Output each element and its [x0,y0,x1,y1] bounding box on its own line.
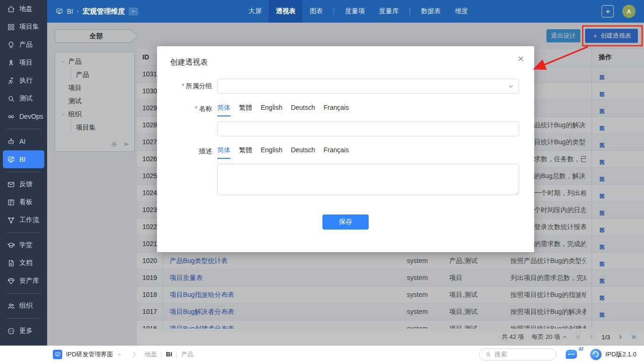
sidebar-item-label: 更多 [19,327,33,335]
required-asterisk: * [182,82,184,90]
sidebar-item-program[interactable]: 项目集 [0,18,47,36]
sidebar-item-label: BI [19,156,25,163]
sidebar-item-label: 资产库 [19,277,39,285]
sidebar-divider [7,129,41,129]
version-label: IPD版2.1.0 [605,350,636,359]
sidebar-item-label: 测试 [19,94,33,103]
home-icon [7,5,15,13]
screen-icon [55,351,61,357]
avatar[interactable]: A [622,5,636,18]
sidebar-item-workflow[interactable]: 工作流 [0,211,47,229]
breadcrumb: BI › 宏观管理维度 [56,0,138,23]
taskbar-nav-bi[interactable]: BI [166,351,172,358]
sidebar-item-label: AI [19,138,25,145]
sidebar-item-label: 看板 [19,198,33,206]
lang-tab-english[interactable]: English [261,146,282,159]
lang-tab-traditional[interactable]: 繁體 [239,104,252,116]
tab-divider [334,8,334,15]
chevron-down-icon [131,9,136,14]
tab-dimension[interactable]: 维度 [448,0,475,23]
lang-tab-simplified[interactable]: 简体 [217,104,231,116]
name-field-label: *名称 [157,105,212,113]
lang-tab-english[interactable]: English [261,104,282,116]
chevron-up-icon[interactable] [117,352,122,357]
tab-chart[interactable]: 图表 [303,0,330,23]
name-input[interactable] [217,121,519,136]
gem-icon [7,277,15,285]
sidebar-item-kanban[interactable]: 看板 [0,193,47,211]
bi-screen-icon [56,8,63,15]
sidebar-item-school[interactable]: 学堂 [0,236,47,254]
sidebar-item-more[interactable]: 更多 [0,322,47,340]
taskbar-nav-home[interactable]: 地盘 [145,350,157,359]
topbar: BI › 宏观管理维度 大屏 透视表 图表 度量项 度量库 数据表 维度 A [47,0,644,23]
sidebar-item-org[interactable]: 组织 [0,297,47,315]
sidebar-item-label: 组织 [19,302,33,310]
app-icon[interactable] [53,350,62,359]
tab-dataset[interactable]: 数据表 [414,0,448,23]
breadcrumb-separator: › [77,8,79,15]
ipd-logo-icon[interactable] [590,349,602,360]
sidebar-item-label: DevOps [19,113,43,120]
tab-metric-lib[interactable]: 度量库 [372,0,406,23]
sidebar-item-assets[interactable]: 资产库 [0,272,47,290]
lang-tab-german[interactable]: Deutsch [291,104,315,116]
breadcrumb-app[interactable]: BI [67,8,73,15]
name-lang-tabs: 简体 繁體 English Deutsch Français [217,104,349,116]
sidebar-divider [7,293,41,294]
plus-icon [604,8,611,15]
tab-metric-item[interactable]: 度量项 [338,0,372,23]
magnifier-icon [7,95,15,103]
tab-pivot[interactable]: 透视表 [269,0,303,23]
save-button[interactable]: 保存 [322,214,369,230]
infinity-icon [7,113,15,121]
modal-title: 创建透视表 [170,58,208,67]
taskbar-divider-chevron [130,351,136,357]
sidebar-item-test[interactable]: 测试 [0,90,47,107]
sidebar-item-label: 地盘 [19,5,33,13]
add-button[interactable] [602,5,614,17]
sidebar-item-feedback[interactable]: 反馈 [0,175,47,193]
lang-tab-french[interactable]: Français [323,104,349,116]
taskbar-nav-product[interactable]: 产品 [181,350,193,359]
taskbar-app-name[interactable]: IPD研发管理界面 [66,350,113,359]
sidebar-item-devops[interactable]: DevOps [0,107,47,125]
required-asterisk: * [195,105,198,112]
lang-tab-traditional[interactable]: 繁體 [239,146,252,159]
workflow-icon [7,216,15,224]
desc-textarea[interactable] [217,164,519,195]
group-select[interactable] [217,79,519,94]
sidebar-item-ai[interactable]: AI [0,132,47,150]
search-box[interactable] [479,348,556,361]
lang-tab-german[interactable]: Deutsch [291,146,315,159]
desc-field-label: 描述 [157,147,212,156]
kanban-icon [7,198,15,206]
ai-chat-bubble-icon [566,350,577,359]
taskbar: IPD研发管理界面 地盘 | BI | 产品 AI IPD版2.1.0 [0,346,644,362]
sidebar-item-doc[interactable]: 文档 [0,254,47,272]
sidebar-item-label: 学堂 [19,241,33,249]
mail-icon [7,181,15,189]
lang-tab-simplified[interactable]: 简体 [217,146,231,159]
document-icon [7,259,15,267]
tab-divider [410,8,410,15]
ai-assistant-button[interactable]: AI [566,350,577,359]
lang-tab-french[interactable]: Français [323,146,349,159]
more-icon [7,327,15,335]
sidebar-divider [7,172,41,172]
search-input[interactable] [495,351,546,358]
breadcrumb-page[interactable]: 宏观管理维度 [83,7,125,16]
sidebar-item-bi[interactable]: BI [3,150,44,168]
sidebar-item-project[interactable]: 项目 [0,54,47,72]
sidebar-item-product[interactable]: 产品 [0,36,47,54]
sidebar: 地盘 项目集 产品 项目 执行 测试 DevOps AI BI 反馈 看板 工作… [0,0,47,362]
sidebar-divider [7,318,41,319]
sidebar-item-label: 项目 [19,58,33,67]
sidebar-item-execution[interactable]: 执行 [0,72,47,90]
close-icon[interactable]: × [518,53,524,65]
sidebar-item-label: 产品 [19,41,33,49]
sidebar-item-home[interactable]: 地盘 [0,0,47,18]
tab-dashboard[interactable]: 大屏 [241,0,269,23]
sidebar-divider [7,232,41,233]
breadcrumb-dropdown[interactable] [129,8,138,16]
